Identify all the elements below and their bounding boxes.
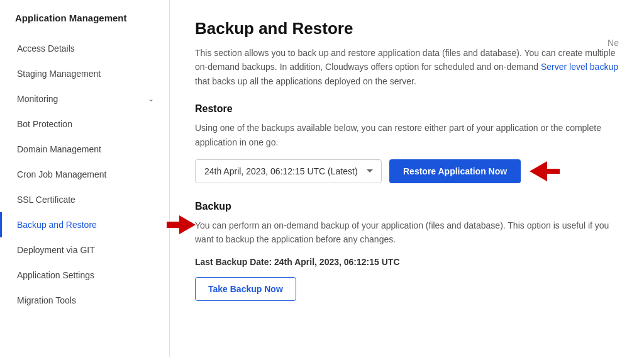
sidebar-item-label: Migration Tools — [17, 295, 76, 305]
sidebar-item-label: Domain Management — [17, 144, 101, 154]
sidebar-item-monitoring[interactable]: Monitoring ⌄ — [0, 86, 169, 111]
page-title: Backup and Restore — [195, 19, 619, 38]
last-backup-info: Last Backup Date: 24th April, 2023, 06:1… — [195, 257, 619, 267]
sidebar-item-staging-management[interactable]: Staging Management — [0, 61, 169, 86]
sidebar-item-label: Monitoring — [17, 94, 58, 104]
restore-section: Restore Using one of the backups availab… — [195, 103, 619, 183]
restore-application-now-button[interactable]: Restore Application Now — [389, 159, 521, 183]
sidebar: Application Management Access Details St… — [0, 0, 170, 357]
sidebar-item-label: Staging Management — [17, 69, 101, 79]
sidebar-item-backup-and-restore[interactable]: Backup and Restore — [0, 212, 169, 237]
top-right-label: Ne — [608, 38, 619, 48]
sidebar-item-deployment-via-git[interactable]: Deployment via GIT — [0, 237, 169, 263]
sidebar-item-application-settings[interactable]: Application Settings — [0, 263, 169, 288]
take-backup-now-button[interactable]: Take Backup Now — [195, 277, 296, 301]
main-content: Backup and Restore Ne This section allow… — [170, 0, 644, 320]
sidebar-item-ssl-certificate[interactable]: SSL Certificate — [0, 187, 169, 212]
sidebar-item-bot-protection[interactable]: Bot Protection — [0, 111, 169, 137]
intro-description: This section allows you to back up and r… — [195, 46, 619, 88]
server-level-backup-link[interactable]: Server level backup — [541, 62, 618, 72]
sidebar-item-label: Bot Protection — [17, 119, 72, 129]
sidebar-item-cron-job-management[interactable]: Cron Job Management — [0, 162, 169, 187]
backup-section-title: Backup — [195, 201, 619, 212]
sidebar-item-label: Access Details — [17, 43, 75, 54]
backup-section: Backup You can perform an on-demand back… — [195, 201, 619, 301]
main-content-wrapper: Backup and Restore Ne This section allow… — [170, 0, 644, 357]
sidebar-item-label: Backup and Restore — [17, 220, 97, 230]
sidebar-title: Application Management — [0, 13, 169, 36]
sidebar-item-migration-tools[interactable]: Migration Tools — [0, 288, 169, 313]
restore-red-arrow-icon — [530, 161, 560, 181]
restore-section-title: Restore — [195, 103, 619, 115]
chevron-down-icon: ⌄ — [148, 94, 154, 103]
last-backup-value: 24th April, 2023, 06:12:15 UTC — [272, 257, 399, 267]
sidebar-item-label: Cron Job Management — [17, 169, 106, 179]
sidebar-item-domain-management[interactable]: Domain Management — [0, 137, 169, 162]
sidebar-item-access-details[interactable]: Access Details — [0, 36, 169, 61]
restore-backup-select[interactable]: 24th April, 2023, 06:12:15 UTC (Latest) — [195, 159, 382, 183]
restore-description: Using one of the backups available below… — [195, 121, 619, 149]
restore-row: 24th April, 2023, 06:12:15 UTC (Latest) … — [195, 159, 619, 183]
backup-description: You can perform an on-demand backup of y… — [195, 218, 619, 247]
sidebar-item-label: SSL Certificate — [17, 195, 75, 205]
svg-marker-1 — [530, 161, 560, 181]
sidebar-item-label: Application Settings — [17, 270, 94, 280]
sidebar-item-label: Deployment via GIT — [17, 245, 95, 255]
